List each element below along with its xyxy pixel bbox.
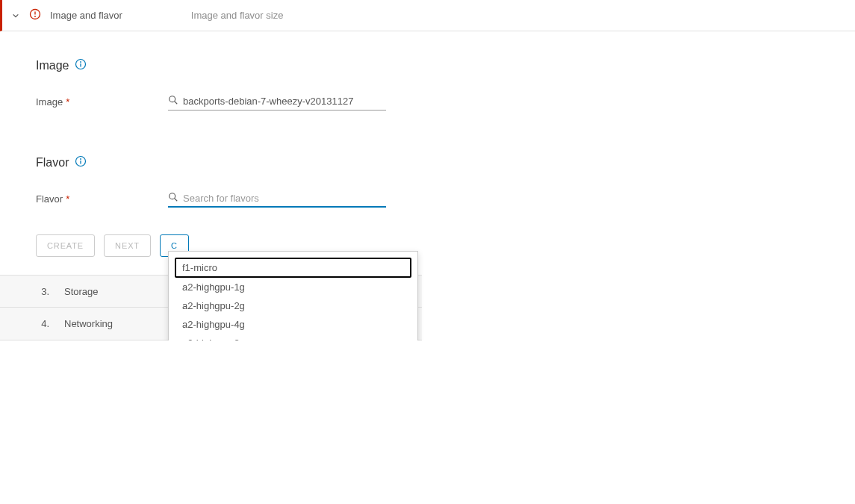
svg-point-2 (34, 16, 36, 17)
dropdown-item[interactable]: a2-highgpu-4g (175, 315, 411, 334)
dropdown-item[interactable]: f1-micro (175, 258, 411, 278)
flavor-label: Flavor * (36, 193, 168, 205)
section-title: Image and flavor (50, 10, 122, 21)
step-label: Storage (64, 286, 99, 297)
search-icon (168, 95, 178, 108)
chevron-down-icon[interactable] (11, 11, 20, 20)
flavor-input[interactable] (183, 193, 386, 204)
dropdown-item[interactable]: a2-highgpu-8g (175, 334, 411, 340)
next-button[interactable]: Next (104, 234, 151, 257)
svg-point-11 (170, 193, 175, 199)
section-header: Image and flavor Image and flavor size (0, 0, 855, 31)
image-heading-text: Image (36, 59, 69, 72)
info-icon[interactable] (75, 58, 87, 73)
svg-point-4 (81, 61, 82, 63)
create-button[interactable]: Create (36, 234, 95, 257)
dropdown-list[interactable]: f1-microa2-highgpu-1ga2-highgpu-2ga2-hig… (169, 252, 417, 340)
image-heading: Image (36, 58, 386, 73)
dropdown-item[interactable]: a2-highgpu-1g (175, 278, 411, 296)
image-label: Image * (36, 96, 168, 108)
flavor-heading-text: Flavor (36, 156, 69, 169)
required-star: * (66, 96, 69, 108)
step-number: 3. (36, 286, 49, 297)
flavor-dropdown: f1-microa2-highgpu-1ga2-highgpu-2ga2-hig… (168, 251, 418, 340)
dropdown-item[interactable]: a2-highgpu-2g (175, 296, 411, 315)
image-search-field[interactable] (168, 93, 386, 111)
section-subtitle: Image and flavor size (191, 10, 284, 21)
flavor-search-field[interactable] (168, 190, 386, 208)
error-icon (29, 8, 41, 22)
info-icon[interactable] (75, 155, 87, 170)
svg-line-12 (175, 198, 178, 201)
required-star: * (66, 193, 69, 205)
svg-line-7 (175, 102, 178, 105)
step-label: Networking (64, 318, 113, 329)
search-icon (168, 192, 178, 205)
step-number: 4. (36, 318, 49, 329)
flavor-heading: Flavor (36, 155, 386, 170)
svg-point-9 (81, 158, 82, 160)
image-input[interactable] (183, 96, 386, 107)
svg-point-6 (170, 96, 175, 102)
